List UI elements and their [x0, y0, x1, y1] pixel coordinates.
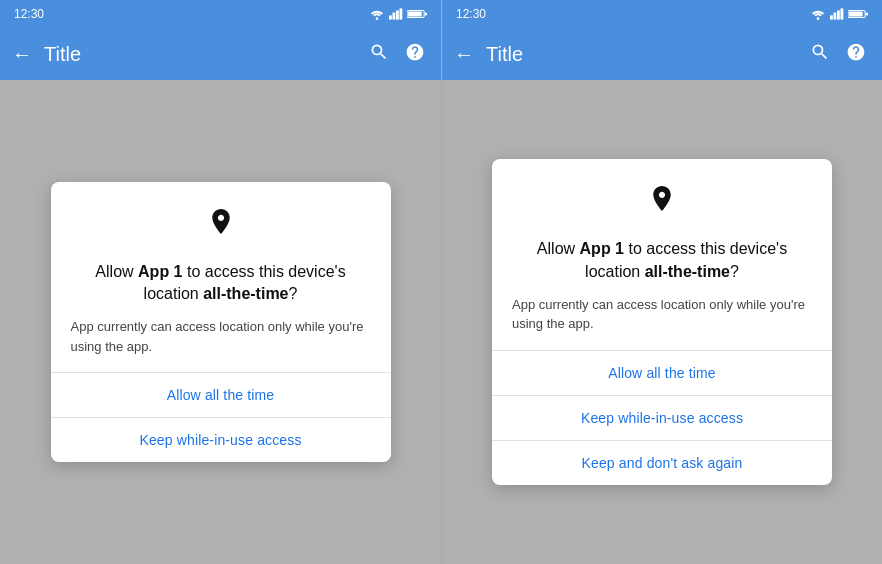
- dialog-body-1: App currently can access location only w…: [71, 317, 371, 356]
- svg-rect-6: [408, 12, 422, 17]
- svg-rect-4: [400, 8, 403, 19]
- phone-frame-1: 12:30 ← Title: [0, 0, 441, 564]
- help-button-2[interactable]: [842, 38, 870, 71]
- svg-rect-3: [396, 11, 399, 20]
- dialog-title-1: Allow App 1 to access this device's loca…: [71, 261, 371, 306]
- battery-icon-2: [848, 8, 868, 20]
- back-button-1[interactable]: ←: [12, 43, 32, 66]
- svg-rect-2: [393, 13, 396, 20]
- toolbar-title-2: Title: [486, 43, 798, 66]
- status-time-2: 12:30: [456, 7, 486, 21]
- search-button-2[interactable]: [806, 38, 834, 71]
- content-area-1: Allow App 1 to access this device's loca…: [0, 80, 441, 564]
- svg-rect-1: [389, 15, 392, 19]
- location-icon-1: [71, 206, 371, 249]
- allow-all-time-button-1[interactable]: Allow all the time: [51, 373, 391, 417]
- signal-icon-1: [389, 8, 403, 20]
- svg-point-0: [376, 17, 379, 20]
- content-area-2: Allow App 1 to access this device's loca…: [442, 80, 882, 564]
- help-button-1[interactable]: [401, 38, 429, 71]
- status-time-1: 12:30: [14, 7, 44, 21]
- search-button-1[interactable]: [365, 38, 393, 71]
- svg-rect-15: [866, 13, 868, 16]
- back-button-2[interactable]: ←: [454, 43, 474, 66]
- svg-rect-14: [849, 12, 863, 17]
- dialog-title-2: Allow App 1 to access this device's loca…: [512, 238, 812, 283]
- svg-rect-9: [830, 15, 833, 19]
- phone-frame-2: 12:30 ← Title: [441, 0, 882, 564]
- svg-rect-11: [837, 11, 840, 20]
- toolbar-2: ← Title: [442, 28, 882, 80]
- svg-rect-7: [425, 13, 427, 16]
- keep-while-in-use-button-2[interactable]: Keep while-in-use access: [492, 396, 832, 440]
- status-bar-2: 12:30: [442, 0, 882, 28]
- wifi-icon-2: [810, 8, 826, 20]
- svg-rect-10: [834, 13, 837, 20]
- svg-rect-12: [841, 8, 844, 19]
- allow-all-time-button-2[interactable]: Allow all the time: [492, 351, 832, 395]
- svg-point-8: [817, 17, 820, 20]
- toolbar-title-1: Title: [44, 43, 357, 66]
- keep-dont-ask-button-2[interactable]: Keep and don't ask again: [492, 441, 832, 485]
- status-bar-1: 12:30: [0, 0, 441, 28]
- wifi-icon-1: [369, 8, 385, 20]
- toolbar-1: ← Title: [0, 28, 441, 80]
- battery-icon-1: [407, 8, 427, 20]
- dialog-body-2: App currently can access location only w…: [512, 295, 812, 334]
- keep-while-in-use-button-1[interactable]: Keep while-in-use access: [51, 418, 391, 462]
- location-icon-2: [512, 183, 812, 226]
- signal-icon-2: [830, 8, 844, 20]
- dialog-card-1: Allow App 1 to access this device's loca…: [51, 182, 391, 463]
- status-icons-1: [369, 8, 427, 20]
- dialog-card-2: Allow App 1 to access this device's loca…: [492, 159, 832, 485]
- status-icons-2: [810, 8, 868, 20]
